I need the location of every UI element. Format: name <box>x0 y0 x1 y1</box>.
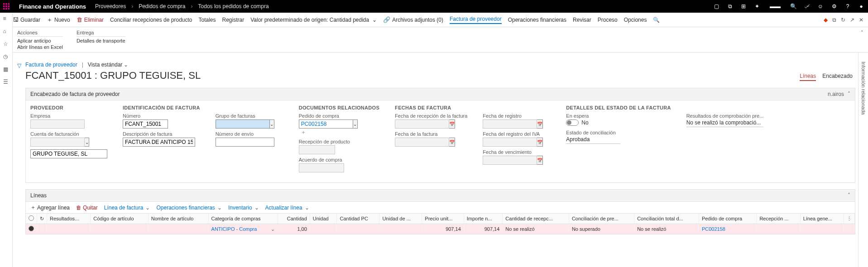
magic-icon[interactable]: ✦ <box>750 0 764 13</box>
search-icon[interactable]: 🔍 <box>786 0 800 13</box>
help-icon[interactable]: ? <box>841 0 854 13</box>
app-launcher-icon[interactable] <box>0 0 13 13</box>
totals-button[interactable]: Totales <box>199 17 216 23</box>
calculator-icon[interactable]: ⊞ <box>737 0 750 13</box>
register-button[interactable]: Registrar <box>222 17 245 23</box>
refresh-icon[interactable]: ↻ <box>841 17 845 23</box>
review-tab[interactable]: Revisar <box>573 17 591 23</box>
new-button[interactable]: ＋Nuevo <box>47 16 70 24</box>
svg-rect-1 <box>5 3 7 5</box>
app-name: Finance and Operations <box>13 3 92 10</box>
svg-rect-2 <box>8 3 10 5</box>
breadcrumb-item[interactable]: Proveedores <box>92 3 129 10</box>
delete-button[interactable]: 🗑Eliminar <box>77 16 104 23</box>
attachments-button[interactable]: 🔗Archivos adjuntos (0) <box>383 16 443 23</box>
svg-rect-6 <box>3 8 5 10</box>
bell-icon[interactable]: ⍻ <box>800 0 814 13</box>
svg-rect-0 <box>3 3 5 5</box>
breadcrumb: Proveedores Pedidos de compra Todos los … <box>92 3 272 10</box>
close-icon[interactable]: ✕ <box>859 17 863 23</box>
svg-rect-7 <box>5 8 7 10</box>
svg-rect-5 <box>8 5 10 7</box>
gear-icon[interactable]: ⚙ <box>827 0 841 13</box>
action-search-icon[interactable]: 🔍 <box>653 17 660 23</box>
menu-icon[interactable]: ≡ <box>3 15 10 22</box>
breadcrumb-item[interactable]: Pedidos de compra <box>136 3 188 10</box>
svg-rect-3 <box>3 5 5 7</box>
popout-icon[interactable]: ⧉ <box>832 17 836 23</box>
breadcrumb-item[interactable]: Todos los pedidos de compra <box>196 3 272 10</box>
presentation-icon[interactable]: ⧉ <box>723 0 737 13</box>
smile-icon[interactable]: ☺ <box>814 0 827 13</box>
diamond-warn-icon[interactable]: ◆ <box>824 17 828 23</box>
save-button[interactable]: 🖫Guardar <box>13 16 40 23</box>
window-icon[interactable]: ▢ <box>710 0 723 13</box>
reconcile-button[interactable]: Conciliar recepciones de producto <box>110 17 192 23</box>
user-avatar[interactable]: ● <box>854 0 868 13</box>
svg-rect-8 <box>8 8 10 10</box>
default-from-button[interactable]: Valor predeterminado de origen: Cantidad… <box>250 17 377 23</box>
company-pill[interactable]: ▬▬ <box>764 0 786 13</box>
vendor-invoice-tab[interactable]: Factura de proveedor <box>450 16 502 24</box>
options-tab[interactable]: Opciones <box>624 17 647 23</box>
process-tab[interactable]: Proceso <box>598 17 618 23</box>
share-icon[interactable]: ↗ <box>850 17 854 23</box>
svg-rect-4 <box>5 5 7 7</box>
financial-ops-tab[interactable]: Operaciones financieras <box>508 17 566 23</box>
